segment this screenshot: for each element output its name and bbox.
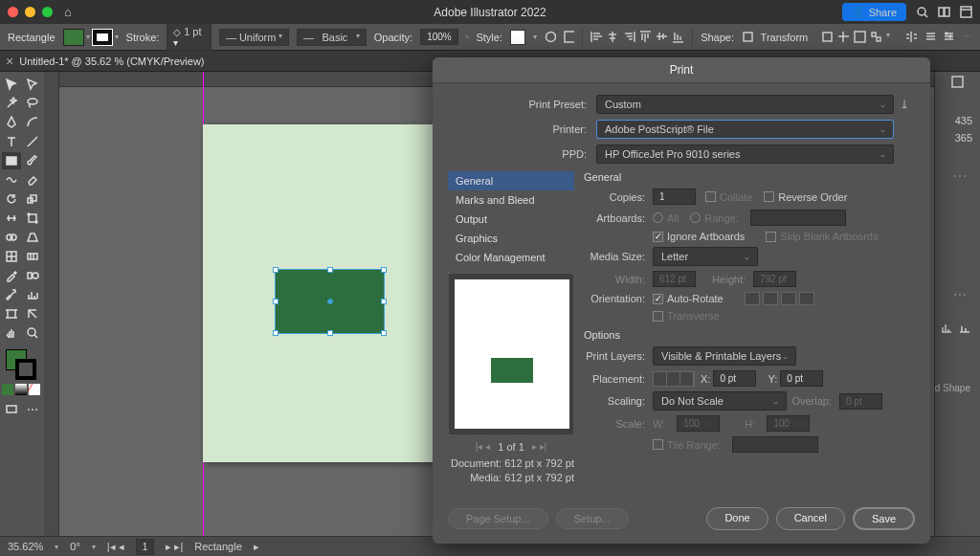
opacity-field[interactable]: 100% bbox=[420, 29, 458, 45]
perspective-tool[interactable] bbox=[23, 229, 42, 246]
align-hcenter-icon[interactable] bbox=[607, 31, 619, 43]
stroke-weight[interactable]: ◇ 1 pt ▾ bbox=[167, 23, 212, 51]
ruler-vertical[interactable] bbox=[44, 72, 59, 536]
align-left-icon[interactable] bbox=[590, 31, 603, 43]
pen-tool[interactable] bbox=[2, 114, 21, 131]
scaling-select[interactable]: Do Not Scale⌵ bbox=[653, 391, 787, 411]
symbol-sprayer-tool[interactable] bbox=[2, 286, 21, 303]
isolate-icon[interactable] bbox=[564, 31, 575, 43]
shape-builder-tool[interactable] bbox=[2, 229, 21, 246]
edit-toolbar[interactable]: ⋯ bbox=[23, 401, 42, 418]
direct-selection-tool[interactable] bbox=[23, 76, 42, 93]
color-mode[interactable] bbox=[2, 384, 13, 395]
lasso-tool[interactable] bbox=[23, 95, 42, 112]
placement-x[interactable] bbox=[713, 370, 756, 387]
share-button[interactable]: 👤Share bbox=[842, 3, 906, 21]
tab-name[interactable]: Untitled-1* @ 35.62 % (CMYK/Preview) bbox=[19, 56, 204, 67]
chart-icon-2[interactable] bbox=[958, 322, 970, 334]
fill-stroke-indicator[interactable] bbox=[2, 349, 42, 378]
rotate-view[interactable]: 0° bbox=[70, 541, 80, 552]
mesh-tool[interactable] bbox=[2, 248, 21, 265]
ignore-artboards-checkbox[interactable] bbox=[653, 232, 663, 242]
eraser-tool[interactable] bbox=[23, 171, 42, 189]
artboard-nav[interactable]: 1 bbox=[136, 539, 155, 555]
print-layers-select[interactable]: Visible & Printable Layers⌵ bbox=[653, 346, 796, 366]
done-button[interactable]: Done bbox=[706, 507, 768, 530]
hand-tool[interactable] bbox=[2, 324, 21, 342]
nav-general[interactable]: General bbox=[448, 171, 574, 190]
stroke-swatch[interactable] bbox=[92, 29, 113, 46]
gradient-tool[interactable] bbox=[23, 248, 42, 265]
transform-link[interactable]: Transform bbox=[761, 32, 809, 43]
workspace-icon[interactable] bbox=[960, 6, 972, 18]
artboard-tool[interactable] bbox=[2, 305, 21, 322]
nav-marks[interactable]: Marks and Bleed bbox=[448, 190, 574, 210]
panel-menu[interactable]: ⋯ bbox=[953, 168, 967, 184]
misc-icon-3[interactable] bbox=[854, 31, 866, 43]
misc-icon-1[interactable] bbox=[821, 31, 834, 43]
slice-tool[interactable] bbox=[23, 305, 42, 322]
scale-tool[interactable] bbox=[23, 190, 42, 208]
search-icon[interactable] bbox=[916, 6, 928, 18]
nav-output[interactable]: Output bbox=[448, 210, 574, 229]
misc-icon-2[interactable] bbox=[837, 31, 850, 43]
fill-swatch[interactable] bbox=[63, 29, 84, 46]
copies-input[interactable] bbox=[653, 189, 696, 205]
align-vcenter-icon[interactable] bbox=[656, 31, 668, 43]
preview-page-nav[interactable]: |◂ ◂ 1 of 1 ▸ ▸| bbox=[448, 441, 574, 453]
ppd-select[interactable]: HP OfficeJet Pro 9010 series⌵ bbox=[596, 145, 894, 164]
arrange-icon[interactable] bbox=[938, 6, 950, 18]
magic-wand-tool[interactable] bbox=[2, 95, 21, 112]
shape-props-icon[interactable] bbox=[742, 31, 753, 43]
graph-tool[interactable] bbox=[23, 286, 42, 303]
eyedropper-tool[interactable] bbox=[2, 267, 21, 284]
save-preset-icon[interactable]: ⤓ bbox=[900, 98, 915, 111]
style-swatch[interactable] bbox=[510, 30, 525, 45]
screen-mode[interactable] bbox=[2, 401, 21, 418]
zoom-tool[interactable] bbox=[23, 324, 42, 342]
print-preset-select[interactable]: Custom⌵ bbox=[596, 95, 894, 114]
snap-icon[interactable] bbox=[905, 31, 917, 43]
free-transform-tool[interactable] bbox=[23, 210, 42, 227]
printer-select[interactable]: Adobe PostScript® File⌵ bbox=[596, 120, 894, 139]
nav-graphics[interactable]: Graphics bbox=[448, 229, 574, 248]
align-right-icon[interactable] bbox=[623, 31, 635, 43]
tab-close[interactable]: × bbox=[6, 54, 13, 69]
home-icon[interactable]: ⌂ bbox=[64, 5, 72, 19]
align-top-icon[interactable] bbox=[639, 31, 652, 43]
align-bottom-icon[interactable] bbox=[672, 31, 684, 43]
stroke-profile[interactable]: —Uniform ▾ bbox=[219, 29, 289, 46]
selection-tool[interactable] bbox=[2, 76, 21, 93]
misc-icon-4[interactable] bbox=[870, 31, 882, 43]
placement-y[interactable] bbox=[780, 370, 823, 387]
recolor-icon[interactable] bbox=[545, 31, 556, 43]
chart-icon[interactable] bbox=[940, 322, 952, 334]
width-tool[interactable] bbox=[2, 210, 21, 227]
placement-anchor[interactable] bbox=[653, 371, 695, 387]
selected-rectangle[interactable] bbox=[275, 269, 385, 334]
paintbrush-tool[interactable] bbox=[23, 152, 42, 169]
shaper-tool[interactable] bbox=[2, 171, 21, 189]
rectangle-tool[interactable] bbox=[2, 152, 21, 169]
media-size-select[interactable]: Letter⌵ bbox=[653, 247, 758, 266]
list-icon[interactable] bbox=[924, 31, 936, 43]
prefs-icon[interactable] bbox=[943, 31, 954, 43]
reverse-checkbox[interactable] bbox=[764, 191, 774, 202]
none-mode[interactable]: ⁄ bbox=[29, 384, 40, 395]
rotate-tool[interactable] bbox=[2, 190, 21, 208]
zoom-level[interactable]: 35.62% bbox=[8, 541, 43, 552]
minimize-window[interactable] bbox=[25, 7, 35, 17]
properties-panel-icon[interactable] bbox=[951, 76, 964, 88]
panel-menu-2[interactable]: ⋯ bbox=[953, 287, 967, 302]
brush-def[interactable]: —Basic ▾ bbox=[297, 29, 367, 46]
save-button[interactable]: Save bbox=[853, 507, 915, 530]
maximize-window[interactable] bbox=[42, 7, 53, 17]
nav-color[interactable]: Color Management bbox=[448, 248, 574, 267]
blend-tool[interactable] bbox=[23, 267, 42, 284]
line-tool[interactable] bbox=[23, 133, 42, 150]
close-window[interactable] bbox=[8, 7, 18, 17]
cancel-button[interactable]: Cancel bbox=[776, 507, 845, 530]
curvature-tool[interactable] bbox=[23, 114, 42, 131]
gradient-mode[interactable] bbox=[15, 384, 27, 395]
autorotate-checkbox[interactable] bbox=[653, 294, 663, 304]
